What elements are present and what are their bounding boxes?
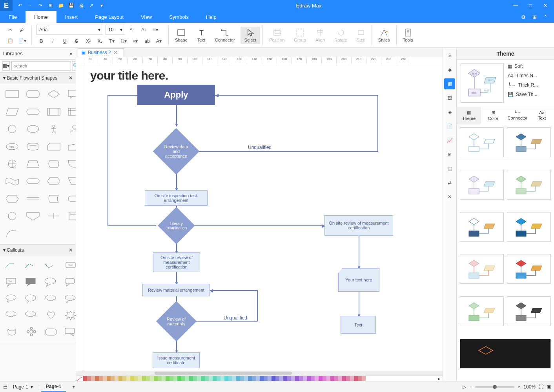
flow-review-materials[interactable]: Review of materials bbox=[156, 301, 197, 341]
theme-thumb[interactable] bbox=[460, 254, 504, 284]
bullets-icon[interactable]: ≡▾ bbox=[131, 36, 140, 46]
shape-rect[interactable] bbox=[2, 86, 22, 102]
layers-tool-icon[interactable]: ◈ bbox=[444, 107, 455, 118]
callout-line3[interactable] bbox=[42, 258, 60, 274]
close-section-icon[interactable]: ✕ bbox=[69, 247, 73, 253]
color-swatch[interactable] bbox=[201, 376, 205, 381]
shape-hex-wide[interactable] bbox=[44, 173, 64, 189]
color-swatch[interactable] bbox=[177, 376, 181, 381]
flow-literary[interactable]: Literary examination bbox=[158, 207, 195, 244]
color-swatch[interactable] bbox=[228, 376, 232, 381]
shape-terminator[interactable] bbox=[23, 103, 43, 120]
position-tool[interactable]: Position bbox=[265, 27, 288, 44]
swap-tool-icon[interactable]: ⇄ bbox=[444, 177, 455, 188]
color-swatch[interactable] bbox=[291, 376, 295, 381]
menu-view[interactable]: View bbox=[132, 11, 160, 23]
color-swatch[interactable] bbox=[224, 376, 228, 381]
callout-cloud4[interactable] bbox=[22, 307, 41, 323]
color-swatch[interactable] bbox=[334, 376, 338, 381]
cut-icon[interactable]: ✂ bbox=[5, 25, 15, 34]
strikethrough-icon[interactable]: S bbox=[72, 36, 81, 46]
theme-thumb[interactable] bbox=[507, 170, 551, 200]
color-swatch[interactable] bbox=[342, 376, 346, 381]
align-left-icon[interactable]: ≡▾ bbox=[151, 25, 160, 34]
color-swatch[interactable] bbox=[91, 376, 95, 381]
color-swatch[interactable] bbox=[122, 376, 126, 381]
flow-your-text[interactable]: Your text here bbox=[338, 268, 379, 292]
shape-pentagon[interactable] bbox=[23, 208, 43, 224]
color-swatch[interactable] bbox=[205, 376, 209, 381]
shape-trapezoid[interactable] bbox=[23, 156, 43, 172]
color-swatch[interactable] bbox=[272, 376, 275, 381]
zoom-slider[interactable] bbox=[475, 386, 514, 388]
fill-tool-icon[interactable]: ◆ bbox=[444, 64, 455, 75]
flow-text[interactable]: Text bbox=[341, 316, 376, 334]
play-icon[interactable]: ▷ bbox=[463, 384, 466, 390]
shape-card[interactable] bbox=[44, 138, 64, 154]
lib-section-callouts[interactable]: ▾ Callouts ✕ bbox=[0, 245, 76, 256]
callout-line1[interactable] bbox=[2, 258, 21, 274]
callout-cat[interactable] bbox=[2, 324, 21, 339]
color-swatch[interactable] bbox=[358, 376, 362, 381]
color-swatch[interactable] bbox=[221, 376, 224, 381]
color-swatch[interactable] bbox=[275, 376, 279, 381]
styles-tool[interactable]: Styles bbox=[374, 27, 394, 44]
color-swatch[interactable] bbox=[217, 376, 221, 381]
theme-thumb[interactable] bbox=[507, 296, 551, 326]
shape-note[interactable]: Drag the note bbox=[65, 208, 76, 224]
color-swatch[interactable] bbox=[146, 376, 150, 381]
close-section-icon[interactable]: ✕ bbox=[69, 75, 73, 81]
callout-rounded[interactable] bbox=[61, 274, 76, 290]
shape-collate[interactable] bbox=[44, 208, 64, 224]
flow-onsite-review2[interactable]: On site review of measurement certificat… bbox=[324, 215, 393, 236]
align-tool[interactable]: Align bbox=[312, 27, 329, 44]
color-swatch[interactable] bbox=[142, 376, 146, 381]
callout-cloud3[interactable] bbox=[2, 307, 21, 323]
callout-msg[interactable] bbox=[61, 324, 76, 339]
color-swatch[interactable] bbox=[268, 376, 272, 381]
color-swatch[interactable] bbox=[111, 376, 115, 381]
shape-stored-data[interactable] bbox=[44, 191, 64, 207]
shape-internal-storage[interactable] bbox=[65, 103, 76, 120]
shape-actor[interactable] bbox=[44, 121, 64, 137]
expand-right-icon[interactable]: » bbox=[444, 50, 455, 61]
shape-ellipse[interactable] bbox=[23, 121, 43, 137]
shape-pill[interactable] bbox=[23, 173, 43, 189]
new-icon[interactable]: ⊞ bbox=[46, 1, 55, 10]
theme-thumb[interactable] bbox=[460, 127, 504, 157]
menu-home[interactable]: Home bbox=[26, 11, 56, 23]
theme-connector[interactable]: └→Thick R... bbox=[508, 82, 550, 88]
shape-summing[interactable] bbox=[2, 156, 22, 172]
shape-tool[interactable]: Shape bbox=[171, 27, 191, 44]
flow-review-material-arr[interactable]: Review material arrangement bbox=[142, 284, 210, 296]
color-swatch[interactable] bbox=[252, 376, 256, 381]
collapse-left-icon[interactable]: « bbox=[70, 51, 73, 56]
fit-page-icon[interactable]: ⛶ bbox=[539, 384, 543, 390]
color-swatch[interactable] bbox=[87, 376, 91, 381]
callout-thought[interactable] bbox=[2, 291, 21, 307]
color-swatch[interactable] bbox=[338, 376, 342, 381]
superscript-icon[interactable]: X² bbox=[84, 36, 93, 46]
group-tool[interactable]: Group bbox=[290, 27, 310, 44]
settings-icon[interactable]: ⚙ bbox=[519, 13, 527, 21]
color-swatch[interactable] bbox=[283, 376, 287, 381]
shape-display[interactable] bbox=[44, 156, 64, 172]
callout-rect1[interactable]: Text bbox=[2, 274, 21, 290]
callout-burst[interactable] bbox=[61, 307, 76, 323]
paste-icon[interactable]: 📄▾ bbox=[17, 36, 27, 45]
theme-cat-color[interactable]: ⊞Color bbox=[481, 107, 505, 124]
print-icon[interactable]: 🖨 bbox=[77, 1, 86, 10]
color-swatch[interactable] bbox=[299, 376, 303, 381]
shape-capsule[interactable] bbox=[65, 156, 76, 172]
font-size-select[interactable]: 10▾ bbox=[106, 25, 125, 35]
shape-callout-rect[interactable] bbox=[65, 86, 76, 102]
tools-button[interactable]: Tools bbox=[399, 27, 417, 44]
menu-file[interactable]: File bbox=[0, 11, 26, 23]
copy-icon[interactable]: 📋 bbox=[5, 36, 15, 45]
shape-trap-down[interactable] bbox=[65, 173, 76, 189]
document-tab[interactable]: ▣ Business 2 ✕ bbox=[78, 48, 124, 57]
page-list-icon[interactable]: ☰ bbox=[3, 384, 7, 390]
color-swatch[interactable] bbox=[162, 376, 166, 381]
shape-cylinder[interactable] bbox=[23, 138, 43, 154]
page-setup-icon[interactable]: 📄 bbox=[444, 121, 455, 132]
